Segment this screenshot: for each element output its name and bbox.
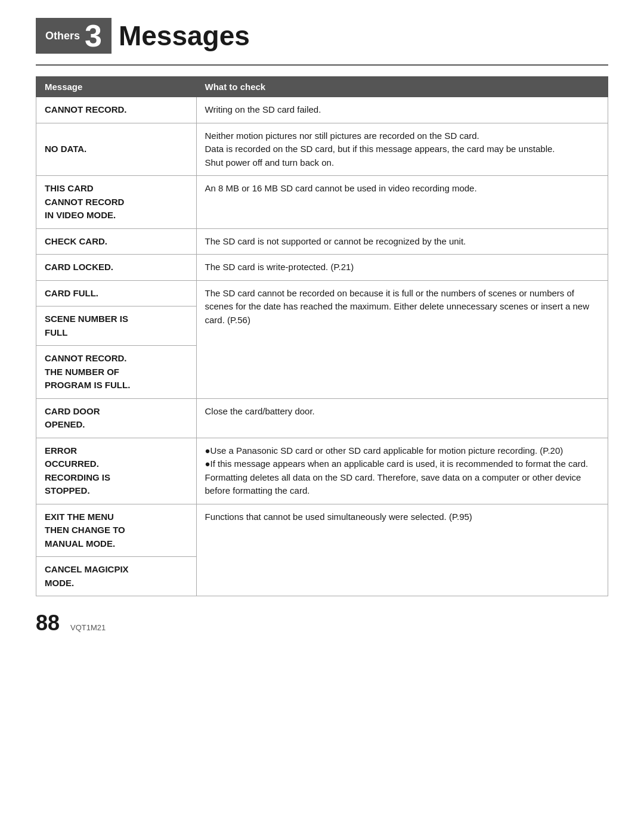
- check-cell-card-locked: The SD card is write-protected. (P.21): [196, 255, 608, 281]
- table-row: ERROROCCURRED.RECORDING ISSTOPPED. ●Use …: [36, 438, 608, 504]
- message-cell-exit-menu: EXIT THE MENUTHEN CHANGE TOMANUAL MODE.: [36, 504, 197, 557]
- check-cell-error: ●Use a Panasonic SD card or other SD car…: [196, 438, 608, 504]
- message-cell-cancel-magicpix: CANCEL MAGICPIXMODE.: [36, 557, 197, 596]
- message-cell-check-card: CHECK CARD.: [36, 228, 197, 255]
- check-cell-exit-group: Functions that cannot be used simultaneo…: [196, 504, 608, 596]
- col-header-message: Message: [36, 77, 197, 97]
- table-row: NO DATA. Neither motion pictures nor sti…: [36, 123, 608, 176]
- table-row: CARD LOCKED. The SD card is write-protec…: [36, 255, 608, 281]
- message-cell-scene-number: SCENE NUMBER ISFULL: [36, 306, 197, 346]
- check-cell-card-full-group: The SD card cannot be recorded on becaus…: [196, 280, 608, 398]
- check-cell-check-card: The SD card is not supported or cannot b…: [196, 228, 608, 255]
- table-row: CHECK CARD. The SD card is not supported…: [36, 228, 608, 255]
- message-cell-card-locked: CARD LOCKED.: [36, 255, 197, 281]
- chapter-badge: Others 3: [36, 18, 112, 54]
- check-cell-no-data: Neither motion pictures nor still pictur…: [196, 123, 608, 176]
- chapter-label: Others: [45, 30, 80, 42]
- check-cell-video-mode: An 8 MB or 16 MB SD card cannot be used …: [196, 176, 608, 229]
- product-code: VQT1M21: [70, 623, 106, 632]
- message-cell-error: ERROROCCURRED.RECORDING ISSTOPPED.: [36, 438, 197, 504]
- table-row: EXIT THE MENUTHEN CHANGE TOMANUAL MODE. …: [36, 504, 608, 557]
- message-cell-no-data: NO DATA.: [36, 123, 197, 176]
- table-row: CANNOT RECORD. Writing on the SD card fa…: [36, 97, 608, 123]
- col-header-check: What to check: [196, 77, 608, 97]
- table-header-row: Message What to check: [36, 77, 608, 97]
- messages-table: Message What to check CANNOT RECORD. Wri…: [36, 76, 608, 596]
- message-cell-card-door: CARD DOOROPENED.: [36, 398, 197, 438]
- page-title: Messages: [119, 20, 250, 52]
- message-cell-cannot-record: CANNOT RECORD.: [36, 97, 197, 123]
- page-number: 88: [36, 611, 60, 636]
- chapter-number: 3: [85, 20, 102, 51]
- page-header: Others 3 Messages: [36, 18, 608, 54]
- check-cell-card-door: Close the card/battery door.: [196, 398, 608, 438]
- header-divider: [36, 64, 608, 66]
- table-row: THIS CARDCANNOT RECORDIN VIDEO MODE. An …: [36, 176, 608, 229]
- message-cell-card-full: CARD FULL.: [36, 280, 197, 306]
- table-row: CARD FULL. The SD card cannot be recorde…: [36, 280, 608, 306]
- table-row: CARD DOOROPENED. Close the card/battery …: [36, 398, 608, 438]
- message-cell-program-full: CANNOT RECORD.THE NUMBER OFPROGRAM IS FU…: [36, 346, 197, 399]
- message-cell-video-mode: THIS CARDCANNOT RECORDIN VIDEO MODE.: [36, 176, 197, 229]
- check-cell-cannot-record: Writing on the SD card failed.: [196, 97, 608, 123]
- page-footer: 88 VQT1M21: [36, 611, 608, 636]
